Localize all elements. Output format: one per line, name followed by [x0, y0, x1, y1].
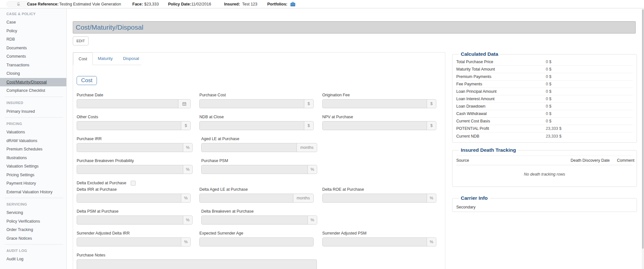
sidebar-item-valuations[interactable]: Valuations [0, 128, 66, 137]
main-content: Cost/Maturity/Disposal EDIT Cost Maturit… [67, 9, 644, 269]
addon-percent: % [181, 194, 190, 202]
field-label-delta-psm-at-purchase: Delta PSM at Purchase [77, 209, 193, 214]
scrollbar[interactable] [642, 9, 644, 269]
input-group-surrender-adjusted-psm: % [322, 237, 436, 246]
input-delta-psm-at-purchase[interactable] [77, 216, 183, 224]
sidebar-item-valuation-settings[interactable]: Valuation Settings [0, 162, 66, 171]
sidebar-item-dram-valuations[interactable]: dRAM Valuations [0, 137, 66, 145]
textarea-purchase-notes[interactable] [77, 259, 317, 269]
tab-card: Cost Maturity Disposal Cost Purchase Dat… [73, 52, 445, 269]
calc-value: 0 $ [546, 89, 551, 94]
input-purchase-psm[interactable] [202, 165, 308, 174]
input-purchase-breakeven-probability[interactable] [77, 165, 183, 174]
sidebar-header-pricing: PRICING [0, 119, 66, 128]
field-label-npv-at-purchase: NPV at Purchase [322, 115, 436, 120]
tab-disposal[interactable]: Disposal [118, 53, 144, 65]
calc-value: 0 $ [546, 111, 551, 116]
portfolios-label: Portfolios: [267, 0, 288, 8]
input-origination-fee[interactable] [323, 100, 427, 108]
field-surrender-adjusted-delta-irr: Surrender Adjusted Delta IRR% [77, 231, 191, 246]
input-delta-aged-le-at-purchase[interactable] [200, 194, 293, 202]
input-delta-irr-at-purchase[interactable] [77, 194, 181, 202]
input-npv-at-purchase[interactable] [323, 121, 427, 130]
form-row: Delta PSM at Purchase%Delta Breakeven at… [77, 209, 445, 225]
input-aged-le-at-purchase[interactable] [202, 143, 297, 152]
input-delta-breakeven-at-purchase[interactable] [202, 216, 308, 224]
input-delta-roe-at-purchase[interactable] [323, 194, 427, 202]
input-surrender-adjusted-delta-irr[interactable] [77, 238, 181, 246]
sidebar-item-external-valuation-history[interactable]: External Valuation History [0, 188, 66, 197]
sidebar-section-servicing: SERVICINGServicingPolicy VerificationsOr… [5, 198, 63, 243]
sidebar-item-closing[interactable]: Closing [0, 69, 66, 78]
calc-label: Current NDB [456, 134, 546, 139]
field-label-purchase-breakeven-probability: Purchase Breakeven Probability [77, 159, 193, 163]
input-group-purchase-psm: % [201, 165, 317, 174]
addon-percent: % [183, 165, 192, 174]
sidebar-item-transactions[interactable]: Transactions [0, 61, 66, 70]
sidebar-item-audit-log[interactable]: Audit Log [0, 255, 66, 264]
field-surrender-adjusted-psm: Surrender Adjusted PSM% [322, 231, 436, 246]
sidebar-item-illustrations[interactable]: Illustrations [0, 154, 66, 162]
input-group-purchase-date [77, 99, 191, 108]
calc-row-total-purchase-price: Total Purchase Price0 $ [456, 58, 633, 66]
tab-maturity[interactable]: Maturity [93, 53, 118, 65]
calc-value: 0 $ [546, 67, 551, 72]
input-ndb-at-close[interactable] [200, 121, 304, 130]
death-tracking-panel: Insured Death Tracking SourceDeath Disco… [452, 147, 637, 187]
calendar-icon[interactable] [178, 100, 190, 108]
field-delta-breakeven-at-purchase: Delta Breakeven at Purchase% [201, 209, 317, 225]
form-row: Purchase Breakeven Probability%Purchase … [77, 159, 445, 174]
sidebar-section-case-policy: CASE & POLICYCasePolicyRDBDocumentsComme… [0, 9, 66, 95]
column-death-discovery-date: Death Discovery Date [571, 158, 617, 163]
calc-row-cash-withdrawal: Cash Withdrawal0 $ [456, 110, 633, 118]
tab-cost[interactable]: Cost [73, 53, 93, 65]
sidebar-item-premium-schedules[interactable]: Premium Schedules [0, 145, 66, 154]
field-label-delta-breakeven-at-purchase: Delta Breakeven at Purchase [201, 209, 317, 214]
field-delta-aged-le-at-purchase: Delta Aged LE at Purchasemonths [199, 187, 313, 203]
sidebar-item-policy-verifications[interactable]: Policy Verifications [0, 217, 66, 226]
sidebar-item-servicing[interactable]: Servicing [0, 208, 66, 217]
sidebar-item-order-tracking[interactable]: Order Tracking [0, 226, 66, 234]
sidebar-item-compliance-checklist[interactable]: Compliance Checklist [0, 86, 66, 95]
calc-row-current-cost-basis: Current Cost Basis0 $ [456, 118, 633, 125]
form-row: Purchase DatePurchase Cost$Origination F… [77, 93, 445, 108]
sidebar-item-case[interactable]: Case [0, 18, 66, 27]
input-group-origination-fee: $ [322, 99, 436, 108]
input-group-delta-aged-le-at-purchase: months [199, 194, 313, 203]
sidebar-item-rdb[interactable]: RDB [0, 35, 66, 44]
input-other-costs[interactable] [77, 121, 181, 130]
sidebar-item-comments[interactable]: Comments [0, 52, 66, 61]
input-purchase-irr[interactable] [77, 143, 183, 152]
calc-label: Loan Principal Amount [456, 89, 546, 94]
input-purchase-date[interactable] [77, 100, 178, 108]
calc-value: 0 $ [546, 97, 551, 101]
sidebar-item-cost-maturity-disposal[interactable]: Cost/Maturity/Disposal [0, 78, 66, 87]
input-surrender-adjusted-psm[interactable] [323, 238, 427, 246]
sidebar-item-primary-insured[interactable]: Primary Insured [0, 107, 66, 116]
sidebar-header-case-policy: CASE & POLICY [0, 9, 66, 18]
lock-button[interactable] [6, 1, 30, 7]
scrollbar-thumb[interactable] [642, 9, 644, 249]
input-group-purchase-cost: $ [199, 99, 313, 108]
addon-months: months [297, 143, 317, 152]
sidebar-item-grace-notices[interactable]: Grace Notices [0, 234, 66, 243]
sidebar-item-policy[interactable]: Policy [0, 27, 66, 35]
unlock-icon [16, 2, 21, 6]
field-other-costs: Other Costs$ [77, 115, 191, 130]
edit-button[interactable]: EDIT [73, 36, 89, 45]
addon-percent: % [427, 238, 436, 246]
portfolio-briefcase-icon[interactable] [290, 2, 296, 8]
sidebar-item-pricing-settings[interactable]: Pricing Settings [0, 171, 66, 179]
sidebar-item-documents[interactable]: Documents [0, 44, 66, 53]
calc-value: 23,333 $ [546, 126, 562, 131]
input-purchase-cost[interactable] [200, 100, 304, 108]
policy-date-value: 11/02/2016 [191, 0, 211, 8]
checkbox-delta-excluded-at-purchase[interactable] [131, 181, 136, 186]
input-expected-surrender-age[interactable] [200, 238, 313, 246]
column-comment: Comment [617, 158, 633, 163]
addon-dollar: $ [181, 121, 190, 130]
field-purchase-breakeven-probability: Purchase Breakeven Probability% [77, 159, 193, 174]
field-label-purchase-date: Purchase Date [77, 93, 191, 98]
sidebar-item-payment-history[interactable]: Payment History [0, 179, 66, 188]
field-label-purchase-cost: Purchase Cost [199, 93, 313, 98]
